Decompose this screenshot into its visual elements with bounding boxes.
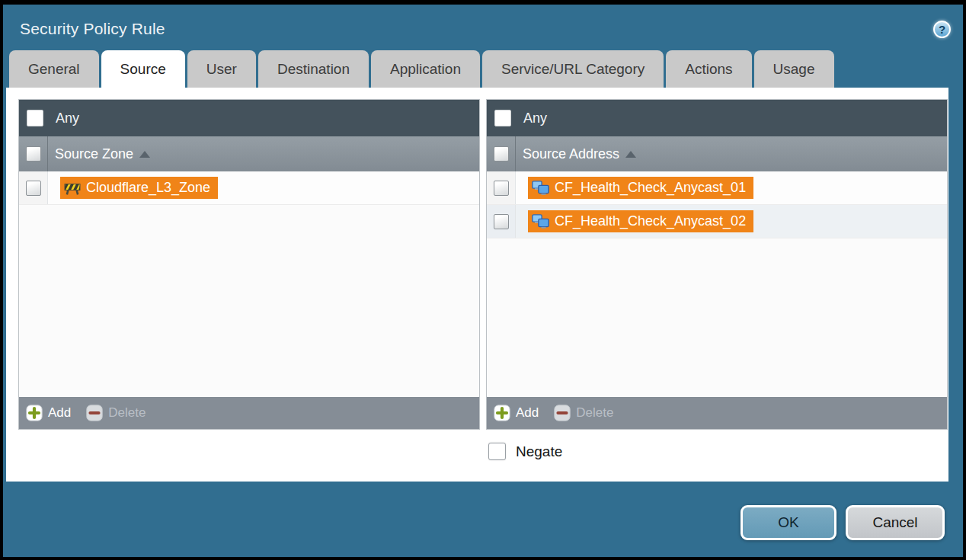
tab-usage[interactable]: Usage — [754, 50, 834, 88]
cancel-button[interactable]: Cancel — [846, 505, 945, 540]
source-zone-list: Cloudflare_L3_Zone — [19, 171, 479, 397]
address-name: CF_Health_Check_Anycast_01 — [555, 180, 746, 196]
negate-label: Negate — [516, 443, 562, 460]
source-address-list: CF_Health_Check_Anycast_01 — [487, 171, 947, 397]
row-checkbox[interactable] — [494, 214, 509, 229]
add-plus-icon — [26, 405, 43, 421]
address-icon — [532, 214, 549, 229]
dialog-frame: Security Policy Rule ? General Source Us… — [0, 0, 966, 560]
address-value-chip[interactable]: CF_Health_Check_Anycast_02 — [528, 210, 753, 232]
add-label: Add — [48, 405, 71, 421]
tab-destination[interactable]: Destination — [258, 50, 369, 88]
sort-ascending-icon — [625, 151, 636, 158]
source-address-select-all-checkbox[interactable] — [494, 146, 509, 162]
row-content: Cloudflare_L3_Zone — [48, 171, 218, 204]
row-checkbox[interactable] — [494, 181, 509, 196]
delete-button[interactable]: Delete — [86, 405, 146, 421]
tab-service-url-category[interactable]: Service/URL Category — [482, 50, 664, 88]
add-button[interactable]: Add — [494, 405, 539, 421]
source-zone-toolbar: Add Delete — [19, 397, 479, 429]
help-icon[interactable]: ? — [933, 21, 951, 38]
row-content: CF_Health_Check_Anycast_02 — [516, 205, 753, 238]
zone-value-chip[interactable]: Cloudflare_L3_Zone — [60, 177, 218, 199]
add-button[interactable]: Add — [26, 405, 71, 421]
tab-actions[interactable]: Actions — [666, 50, 751, 88]
source-address-column-label: Source Address — [523, 146, 619, 162]
dialog-footer: OK Cancel — [3, 482, 963, 557]
source-zone-any-header: Any — [19, 100, 479, 136]
add-label: Add — [516, 405, 539, 421]
delete-label: Delete — [576, 405, 613, 421]
delete-minus-icon — [554, 405, 571, 421]
tab-source[interactable]: Source — [101, 50, 185, 90]
ok-button[interactable]: OK — [740, 505, 836, 540]
delete-label: Delete — [108, 405, 146, 421]
source-zone-any-checkbox[interactable] — [27, 110, 43, 126]
source-zone-panel: Any Source Zone — [18, 99, 480, 430]
row-checkbox-cell — [19, 171, 48, 204]
table-row[interactable]: CF_Health_Check_Anycast_02 — [487, 205, 947, 238]
tab-content-source: Any Source Zone — [6, 88, 948, 482]
dialog-title: Security Policy Rule — [20, 20, 165, 38]
source-address-any-label: Any — [523, 110, 547, 126]
address-name: CF_Health_Check_Anycast_02 — [555, 213, 746, 229]
negate-row: Negate — [488, 443, 948, 460]
table-row[interactable]: Cloudflare_L3_Zone — [19, 171, 479, 205]
negate-checkbox[interactable] — [488, 443, 506, 460]
table-row[interactable]: CF_Health_Check_Anycast_01 — [487, 171, 947, 205]
security-policy-rule-dialog: Security Policy Rule ? General Source Us… — [3, 5, 963, 557]
sort-ascending-icon — [139, 151, 150, 158]
tab-bar: General Source User Destination Applicat… — [3, 50, 963, 88]
zone-icon — [64, 181, 81, 196]
tab-user[interactable]: User — [187, 50, 256, 88]
source-panels: Any Source Zone — [18, 99, 948, 430]
source-address-any-checkbox[interactable] — [494, 110, 511, 126]
delete-minus-icon — [86, 405, 103, 421]
source-zone-select-all-checkbox[interactable] — [26, 146, 41, 162]
zone-name: Cloudflare_L3_Zone — [86, 180, 210, 196]
source-address-toolbar: Add Delete — [487, 397, 947, 429]
address-value-chip[interactable]: CF_Health_Check_Anycast_01 — [528, 177, 753, 199]
add-plus-icon — [494, 405, 510, 421]
row-checkbox-cell — [487, 171, 516, 204]
delete-button[interactable]: Delete — [554, 405, 613, 421]
address-icon — [532, 181, 549, 196]
source-address-column-header[interactable]: Source Address — [487, 136, 947, 171]
source-address-any-header: Any — [487, 100, 947, 136]
tab-general[interactable]: General — [9, 50, 99, 88]
source-address-panel: Any Source Address — [486, 99, 948, 430]
row-checkbox-cell — [487, 205, 516, 238]
row-checkbox[interactable] — [26, 181, 41, 196]
tab-application[interactable]: Application — [371, 50, 480, 88]
source-zone-any-label: Any — [56, 110, 79, 126]
source-zone-column-label: Source Zone — [55, 146, 133, 162]
select-all-cell — [487, 136, 516, 171]
title-bar: Security Policy Rule ? — [3, 5, 963, 50]
select-all-cell — [19, 136, 48, 171]
source-zone-column-header[interactable]: Source Zone — [19, 136, 479, 171]
row-content: CF_Health_Check_Anycast_01 — [516, 171, 753, 204]
help-glyph: ? — [939, 23, 945, 36]
